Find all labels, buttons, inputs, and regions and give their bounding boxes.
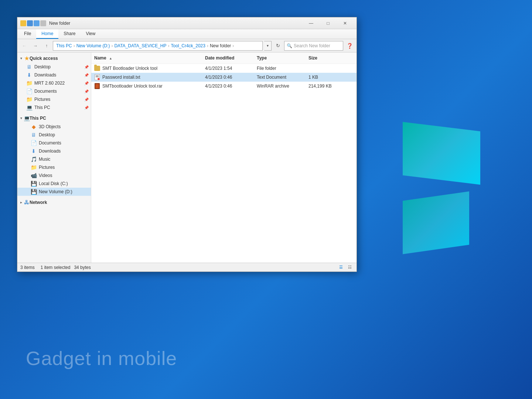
item-count: 3 items [20,265,35,270]
breadcrumb-data[interactable]: DATA_DATA_SEVICE_HP [114,43,166,48]
breadcrumb-sep2: › [111,43,113,48]
file-size-smt-folder [306,67,342,70]
tab-file[interactable]: File [19,29,36,39]
sidebar-item-newvolume[interactable]: 💾 New Volume (D:) [17,188,91,196]
file-type-smt-rar: WinRAR archive [254,82,306,90]
content-area: ▾ ★ Quick access 🖥 Desktop 📌 ⬇ Downloads… [17,52,357,263]
sidebar-newvolume-label: New Volume (D:) [39,189,72,194]
network-section-header[interactable]: ▸ 🖧 Network [17,198,91,207]
tab-share[interactable]: Share [58,29,81,39]
sidebar-item-downloads-quick[interactable]: ⬇ Downloads 📌 [17,71,91,79]
selection-size: 34 bytes [74,265,91,270]
quick-access-label: Quick access [30,56,58,61]
help-button[interactable]: ❓ [345,41,354,51]
sidebar-item-documents[interactable]: 📄 Documents [17,139,91,147]
breadcrumb-tool[interactable]: Tool_Cr4ck_2023 [171,43,205,48]
breadcrumb-bar: This PC › New Volume (D:) › DATA_DATA_SE… [53,41,263,51]
ribbon: File Home Share View [17,29,357,39]
sidebar-desktop-label: Desktop [34,64,51,69]
documents-icon: 📄 [31,140,37,146]
col-header-type[interactable]: Type [254,54,306,62]
breadcrumb-sep3: › [168,43,170,48]
selection-text: 1 item selected [41,265,71,270]
sidebar-item-desktop-quick[interactable]: 🖥 Desktop 📌 [17,63,91,71]
sidebar-item-videos[interactable]: 📹 Videos [17,171,91,180]
window-title: New folder [49,21,303,26]
downloads-icon: ⬇ [26,72,32,78]
network-label: Network [30,200,47,205]
sidebar-localc-label: Local Disk (C:) [39,181,68,186]
maximize-button[interactable]: □ [320,17,337,29]
file-row-folder[interactable]: SMT Bootloader Unlock tool 4/1/2023 1:54… [91,64,357,73]
sidebar-pictures-label: Pictures [34,97,50,102]
refresh-button[interactable]: ↻ [273,41,283,51]
file-area: Name ▲ Date modified Type Size SMT Bootl… [91,52,357,263]
pin-icon-documents: 📌 [84,89,89,93]
breadcrumb-sep1: › [74,43,75,48]
newvol-icon: 💾 [31,189,37,195]
desktop-icon: 🖥 [26,64,32,70]
pin-icon-downloads: 📌 [84,73,89,77]
sidebar-pictures2-label: Pictures [39,165,55,170]
file-name-password: Password install.txt [102,75,140,80]
tiles-view-button[interactable]: ☷ [346,264,354,271]
sidebar: ▾ ★ Quick access 🖥 Desktop 📌 ⬇ Downloads… [17,52,91,263]
file-type-password: Text Document [254,73,306,81]
breadcrumb-current: New folder [210,43,231,48]
file-date-smt-folder: 4/1/2023 1:54 [202,64,254,72]
view-controls: ☰ ☷ [337,264,354,271]
quick-access-icon: ★ [24,55,30,61]
desktop2-icon: 🖥 [31,132,37,138]
title-icon-gray [40,20,46,26]
sidebar-item-localc[interactable]: 💾 Local Disk (C:) [17,180,91,188]
details-view-button[interactable]: ☰ [337,264,345,271]
pictures-icon: 📁 [31,164,37,170]
sidebar-item-music[interactable]: 🎵 Music [17,155,91,163]
minimize-button[interactable]: — [303,17,320,29]
breadcrumb-thispc[interactable]: This PC [56,43,72,48]
tab-view[interactable]: View [81,29,100,39]
breadcrumb-volume[interactable]: New Volume (D:) [76,43,110,48]
sidebar-item-pictures[interactable]: 📁 Pictures [17,163,91,171]
close-button[interactable]: ✕ [337,17,354,29]
col-header-size[interactable]: Size [306,54,342,62]
col-header-name[interactable]: Name ▲ [91,54,202,62]
sidebar-item-downloads[interactable]: ⬇ Downloads [17,147,91,155]
thispc-section-header[interactable]: ▾ 💻 This PC [17,114,91,123]
file-size-smt-rar: 214,199 KB [306,82,342,90]
sidebar-3dobjects-label: 3D Objects [39,124,61,129]
sidebar-documents2-label: Documents [39,140,61,146]
file-row-txt[interactable]: Password install.txt 4/1/2023 0:46 Text … [91,73,357,82]
sidebar-desktop2-label: Desktop [39,132,55,137]
pin-icon-desktop: 📌 [84,65,89,69]
search-bar[interactable]: 🔍 Search New folder [284,41,343,51]
up-button[interactable]: ↑ [42,41,51,51]
pin-icon-pictures: 📌 [84,98,89,102]
sidebar-item-pictures-quick[interactable]: 📁 Pictures 📌 [17,95,91,103]
sort-arrow-name: ▲ [109,57,112,60]
tab-home[interactable]: Home [36,29,58,39]
mrt-folder-icon: 📁 [26,80,32,86]
search-icon: 🔍 [287,43,292,48]
sidebar-item-desktop[interactable]: 🖥 Desktop [17,131,91,139]
file-row-rar[interactable]: SMTbootloader Unlock tool.rar 4/1/2023 0… [91,82,357,91]
col-header-date[interactable]: Date modified [202,54,254,62]
sidebar-downloads-label: Downloads [34,72,56,78]
forward-button[interactable]: → [31,41,40,51]
breadcrumb-sep5: › [232,43,234,48]
sidebar-item-3dobjects[interactable]: ◆ 3D Objects [17,123,91,131]
sidebar-mrt-label: MRT 2.60 2022 [34,81,65,86]
sidebar-item-documents-quick[interactable]: 📄 Documents 📌 [17,87,91,95]
file-size-password: 1 KB [306,73,342,81]
sidebar-videos-label: Videos [39,173,52,178]
sidebar-item-thispc-quick[interactable]: 💻 This PC 📌 [17,103,91,112]
address-dropdown[interactable]: ▾ [264,41,272,51]
sidebar-item-mrt[interactable]: 📁 MRT 2.60 2022 📌 [17,79,91,87]
folder-icon-smt [94,65,100,71]
network-arrow: ▸ [20,201,22,204]
sidebar-downloads2-label: Downloads [39,149,61,154]
selection-info: 1 item selected 34 bytes [41,265,91,270]
localc-icon: 💾 [31,181,37,187]
quick-access-header[interactable]: ▾ ★ Quick access [17,54,91,63]
back-button[interactable]: ← [20,41,29,51]
